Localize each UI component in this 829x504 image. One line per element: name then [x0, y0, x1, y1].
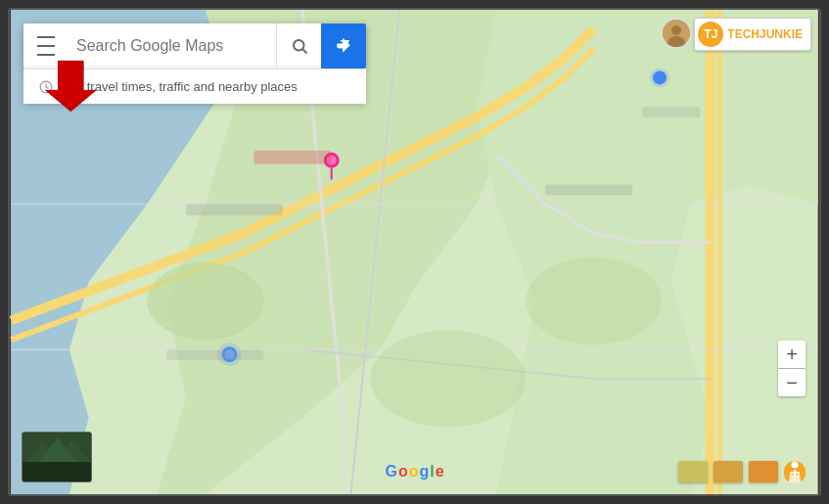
google-e: e [436, 463, 444, 481]
hamburger-icon [37, 45, 55, 47]
search-icon [291, 37, 308, 55]
map-type-button-2[interactable] [714, 461, 743, 482]
map-zoom-controls: + − [778, 341, 806, 396]
bottom-right-controls [678, 461, 806, 482]
pegman-icon [786, 461, 804, 482]
map-type-button-3[interactable] [749, 461, 778, 482]
suggestion-text: See travel times, traffic and nearby pla… [61, 79, 298, 94]
street-view-thumbnail[interactable] [22, 432, 92, 482]
zoom-in-button[interactable]: + [778, 341, 806, 368]
search-button[interactable] [276, 23, 321, 69]
svg-point-26 [294, 40, 304, 51]
svg-rect-35 [23, 462, 92, 482]
zoom-out-button[interactable]: − [778, 369, 806, 396]
annotation-arrow [37, 57, 96, 115]
techjunkie-logo: TJ TECHJUNKIE [694, 18, 811, 51]
svg-point-32 [671, 25, 681, 35]
directions-icon [334, 36, 353, 56]
hamburger-icon [37, 54, 55, 56]
search-input-wrapper [69, 37, 276, 55]
google-l: l [430, 463, 434, 481]
directions-button[interactable] [321, 23, 366, 69]
svg-point-39 [792, 462, 799, 469]
hamburger-icon [37, 36, 55, 38]
google-g2: g [419, 463, 429, 481]
street-view-image [23, 433, 92, 482]
google-g: G [385, 463, 396, 481]
google-o1: o [398, 463, 408, 481]
map-type-button-1[interactable] [678, 461, 708, 482]
svg-line-27 [302, 49, 306, 53]
app-frame: See travel times, traffic and nearby pla… [8, 8, 821, 496]
svg-marker-29 [46, 61, 96, 111]
svg-point-25 [650, 69, 669, 88]
user-avatar[interactable] [661, 18, 692, 49]
pegman-button[interactable] [784, 461, 806, 482]
google-logo: G o o g l e [385, 463, 443, 481]
tj-suffix: JUNKIE [760, 27, 803, 41]
avatar-image [663, 20, 690, 47]
search-input[interactable] [76, 37, 268, 55]
tj-logo-text: TECHJUNKIE [727, 27, 803, 41]
google-o2: o [409, 463, 419, 481]
tj-logo-icon: TJ [698, 22, 723, 47]
